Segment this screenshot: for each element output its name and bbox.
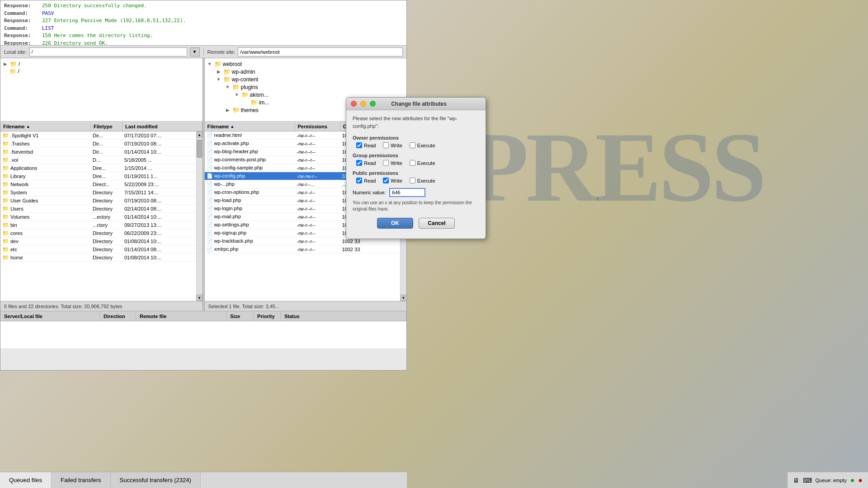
public-read-checkbox[interactable] [356,178,362,183]
group-execute-check[interactable]: Execute [410,160,435,166]
owner-perm-row: Read Write Execute [356,142,479,148]
owner-execute-checkbox[interactable] [410,142,415,148]
dialog-description: Please select the new attributes for the… [353,115,479,130]
public-perm-row: Read Write Execute [356,178,479,183]
owner-read-check[interactable]: Read [356,142,376,148]
group-write-check[interactable]: Write [383,160,402,166]
public-execute-label: Execute [417,178,435,183]
public-write-label: Write [391,178,402,183]
owner-write-label: Write [391,143,402,148]
numeric-value-row: Numeric value: [353,188,479,197]
public-read-label: Read [364,178,376,183]
dialog-titlebar: Change file attributes [346,98,486,110]
group-execute-label: Execute [417,160,435,166]
group-perm-label: Group permissions [353,153,479,158]
owner-perm-label: Owner permissions [353,135,479,141]
group-write-label: Write [391,160,402,166]
public-execute-checkbox[interactable] [410,178,415,183]
change-file-attributes-dialog: Change file attributes Please select the… [346,97,486,239]
owner-permissions-section: Owner permissions Read Write Execute [353,135,479,148]
public-write-check[interactable]: Write [383,178,402,183]
group-execute-checkbox[interactable] [410,160,415,166]
dialog-close-button[interactable] [351,101,357,107]
dialog-body: Please select the new attributes for the… [346,110,486,233]
owner-write-check[interactable]: Write [383,142,402,148]
public-perm-label: Public permissions [353,170,479,176]
public-permissions-section: Public permissions Read Write Execute [353,170,479,183]
owner-read-label: Read [364,143,376,148]
owner-read-checkbox[interactable] [356,142,362,148]
group-read-check[interactable]: Read [356,160,376,166]
numeric-value-label: Numeric value: [353,190,386,195]
owner-execute-label: Execute [417,143,435,148]
group-read-checkbox[interactable] [356,160,362,166]
public-execute-check[interactable]: Execute [410,178,435,183]
public-write-checkbox[interactable] [383,178,389,183]
owner-execute-check[interactable]: Execute [410,142,435,148]
owner-write-checkbox[interactable] [383,142,389,148]
dialog-buttons: OK Cancel [353,218,479,229]
group-read-label: Read [364,160,376,166]
public-read-check[interactable]: Read [356,178,376,183]
dialog-ok-button[interactable]: OK [377,218,413,229]
dialog-note: You can use an x at any position to keep… [353,200,479,212]
group-perm-row: Read Write Execute [356,160,479,166]
dialog-cancel-button[interactable]: Cancel [419,218,455,229]
group-write-checkbox[interactable] [383,160,389,166]
group-permissions-section: Group permissions Read Write Execute [353,153,479,166]
dialog-title: Change file attributes [357,101,481,107]
numeric-value-input[interactable] [389,188,425,197]
dialog-overlay: Change file attributes Please select the… [0,0,868,488]
